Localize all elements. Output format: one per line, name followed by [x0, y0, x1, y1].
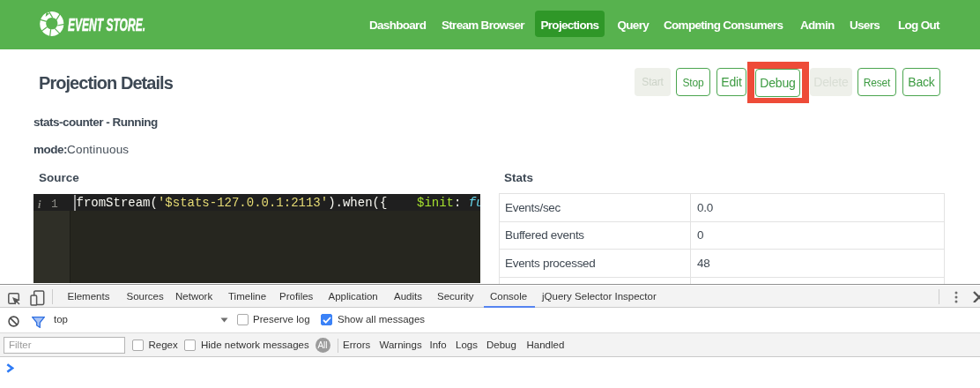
svg-text:EVENT STORE.: EVENT STORE.	[68, 14, 145, 34]
